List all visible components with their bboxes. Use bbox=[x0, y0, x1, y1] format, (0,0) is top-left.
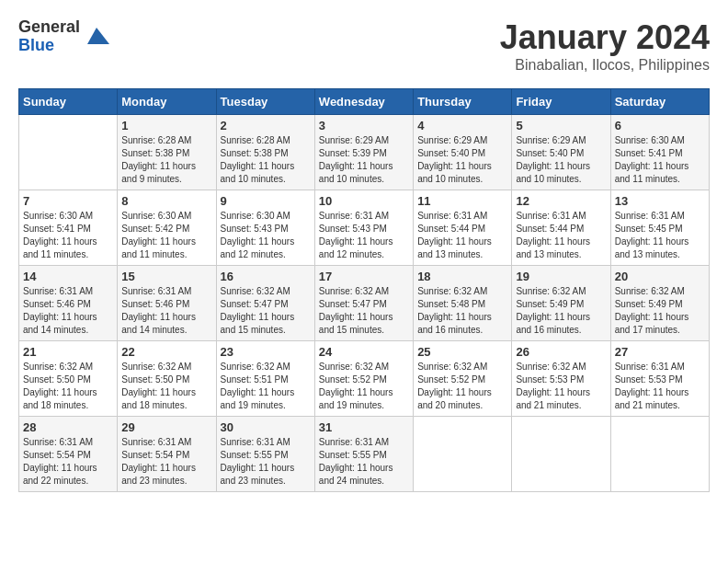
day-cell bbox=[19, 115, 118, 190]
day-cell: 8Sunrise: 6:30 AMSunset: 5:42 PMDaylight… bbox=[118, 190, 216, 266]
day-info: Sunrise: 6:31 AMSunset: 5:55 PMDaylight:… bbox=[221, 436, 311, 488]
day-info: Sunrise: 6:31 AMSunset: 5:46 PMDaylight:… bbox=[23, 285, 113, 337]
day-number: 12 bbox=[516, 194, 606, 208]
day-info: Sunrise: 6:32 AMSunset: 5:50 PMDaylight:… bbox=[121, 361, 211, 412]
day-cell: 23Sunrise: 6:32 AMSunset: 5:51 PMDayligh… bbox=[216, 341, 314, 417]
week-row-5: 28Sunrise: 6:31 AMSunset: 5:54 PMDayligh… bbox=[19, 417, 710, 492]
day-cell: 9Sunrise: 6:30 AMSunset: 5:43 PMDaylight… bbox=[216, 190, 314, 266]
day-cell: 29Sunrise: 6:31 AMSunset: 5:54 PMDayligh… bbox=[118, 417, 216, 492]
day-cell: 26Sunrise: 6:32 AMSunset: 5:53 PMDayligh… bbox=[512, 341, 610, 417]
day-cell: 15Sunrise: 6:31 AMSunset: 5:46 PMDayligh… bbox=[118, 266, 216, 341]
day-cell: 14Sunrise: 6:31 AMSunset: 5:46 PMDayligh… bbox=[19, 266, 118, 341]
day-info: Sunrise: 6:32 AMSunset: 5:47 PMDaylight:… bbox=[221, 285, 311, 337]
day-cell: 12Sunrise: 6:31 AMSunset: 5:44 PMDayligh… bbox=[512, 190, 610, 266]
day-number: 15 bbox=[121, 270, 211, 283]
header-cell-wednesday: Wednesday bbox=[314, 89, 413, 115]
day-cell: 27Sunrise: 6:31 AMSunset: 5:53 PMDayligh… bbox=[610, 341, 709, 417]
day-cell: 31Sunrise: 6:31 AMSunset: 5:55 PMDayligh… bbox=[314, 417, 413, 492]
svg-marker-0 bbox=[87, 28, 109, 44]
day-info: Sunrise: 6:31 AMSunset: 5:53 PMDaylight:… bbox=[615, 361, 705, 412]
day-info: Sunrise: 6:32 AMSunset: 5:50 PMDaylight:… bbox=[23, 361, 113, 412]
day-info: Sunrise: 6:28 AMSunset: 5:38 PMDaylight:… bbox=[221, 134, 311, 186]
day-cell: 10Sunrise: 6:31 AMSunset: 5:43 PMDayligh… bbox=[314, 190, 413, 266]
day-cell: 25Sunrise: 6:32 AMSunset: 5:52 PMDayligh… bbox=[414, 341, 512, 417]
day-number: 9 bbox=[221, 194, 311, 208]
day-number: 27 bbox=[615, 345, 705, 359]
header-cell-sunday: Sunday bbox=[19, 89, 118, 115]
logo-text: General Blue bbox=[18, 18, 80, 55]
day-number: 30 bbox=[221, 420, 311, 434]
day-number: 18 bbox=[417, 270, 507, 283]
day-cell: 13Sunrise: 6:31 AMSunset: 5:45 PMDayligh… bbox=[610, 190, 709, 266]
day-cell bbox=[414, 417, 512, 492]
day-number: 4 bbox=[417, 119, 507, 132]
logo-icon bbox=[84, 24, 109, 50]
day-number: 5 bbox=[516, 119, 606, 132]
week-row-1: 1Sunrise: 6:28 AMSunset: 5:38 PMDaylight… bbox=[19, 115, 710, 190]
day-info: Sunrise: 6:28 AMSunset: 5:38 PMDaylight:… bbox=[121, 134, 211, 186]
day-info: Sunrise: 6:32 AMSunset: 5:49 PMDaylight:… bbox=[615, 285, 705, 337]
header-cell-saturday: Saturday bbox=[610, 89, 709, 115]
day-info: Sunrise: 6:31 AMSunset: 5:55 PMDaylight:… bbox=[319, 436, 409, 488]
day-cell: 24Sunrise: 6:32 AMSunset: 5:52 PMDayligh… bbox=[314, 341, 413, 417]
day-info: Sunrise: 6:32 AMSunset: 5:48 PMDaylight:… bbox=[417, 285, 507, 337]
day-info: Sunrise: 6:29 AMSunset: 5:40 PMDaylight:… bbox=[417, 134, 507, 186]
day-number: 21 bbox=[23, 345, 113, 359]
header-cell-friday: Friday bbox=[512, 89, 610, 115]
day-info: Sunrise: 6:32 AMSunset: 5:53 PMDaylight:… bbox=[516, 361, 606, 412]
day-cell: 21Sunrise: 6:32 AMSunset: 5:50 PMDayligh… bbox=[19, 341, 118, 417]
day-number: 26 bbox=[516, 345, 606, 359]
day-cell: 30Sunrise: 6:31 AMSunset: 5:55 PMDayligh… bbox=[216, 417, 314, 492]
day-info: Sunrise: 6:31 AMSunset: 5:54 PMDaylight:… bbox=[121, 436, 211, 488]
day-info: Sunrise: 6:31 AMSunset: 5:46 PMDaylight:… bbox=[121, 285, 211, 337]
day-number: 29 bbox=[121, 420, 211, 434]
week-row-3: 14Sunrise: 6:31 AMSunset: 5:46 PMDayligh… bbox=[19, 266, 710, 341]
day-info: Sunrise: 6:30 AMSunset: 5:43 PMDaylight:… bbox=[221, 210, 311, 261]
day-info: Sunrise: 6:32 AMSunset: 5:52 PMDaylight:… bbox=[319, 361, 409, 412]
day-number: 3 bbox=[319, 119, 409, 132]
day-cell: 20Sunrise: 6:32 AMSunset: 5:49 PMDayligh… bbox=[610, 266, 709, 341]
day-number: 13 bbox=[615, 194, 705, 208]
day-info: Sunrise: 6:30 AMSunset: 5:41 PMDaylight:… bbox=[23, 210, 113, 261]
week-row-2: 7Sunrise: 6:30 AMSunset: 5:41 PMDaylight… bbox=[19, 190, 710, 266]
day-cell: 17Sunrise: 6:32 AMSunset: 5:47 PMDayligh… bbox=[314, 266, 413, 341]
header-row: SundayMondayTuesdayWednesdayThursdayFrid… bbox=[19, 89, 710, 115]
day-number: 10 bbox=[319, 194, 409, 208]
day-number: 28 bbox=[23, 420, 113, 434]
calendar-table: SundayMondayTuesdayWednesdayThursdayFrid… bbox=[18, 88, 710, 492]
day-info: Sunrise: 6:29 AMSunset: 5:40 PMDaylight:… bbox=[516, 134, 606, 186]
day-number: 23 bbox=[221, 345, 311, 359]
day-info: Sunrise: 6:31 AMSunset: 5:45 PMDaylight:… bbox=[615, 210, 705, 261]
month-title: January 2024 bbox=[500, 18, 710, 57]
logo-blue: Blue bbox=[18, 37, 80, 55]
day-number: 20 bbox=[615, 270, 705, 283]
day-info: Sunrise: 6:30 AMSunset: 5:42 PMDaylight:… bbox=[121, 210, 211, 261]
day-info: Sunrise: 6:29 AMSunset: 5:39 PMDaylight:… bbox=[319, 134, 409, 186]
page-header: General Blue January 2024 Binabalian, Il… bbox=[18, 18, 710, 74]
day-cell bbox=[512, 417, 610, 492]
day-number: 8 bbox=[121, 194, 211, 208]
day-info: Sunrise: 6:31 AMSunset: 5:44 PMDaylight:… bbox=[417, 210, 507, 261]
header-cell-monday: Monday bbox=[118, 89, 216, 115]
day-cell: 4Sunrise: 6:29 AMSunset: 5:40 PMDaylight… bbox=[414, 115, 512, 190]
day-number: 6 bbox=[615, 119, 705, 132]
day-number: 17 bbox=[319, 270, 409, 283]
logo: General Blue bbox=[18, 18, 109, 55]
day-number: 16 bbox=[221, 270, 311, 283]
day-number: 24 bbox=[319, 345, 409, 359]
day-number: 2 bbox=[221, 119, 311, 132]
day-info: Sunrise: 6:32 AMSunset: 5:52 PMDaylight:… bbox=[417, 361, 507, 412]
day-cell: 3Sunrise: 6:29 AMSunset: 5:39 PMDaylight… bbox=[314, 115, 413, 190]
header-cell-thursday: Thursday bbox=[414, 89, 512, 115]
day-info: Sunrise: 6:31 AMSunset: 5:54 PMDaylight:… bbox=[23, 436, 113, 488]
day-cell: 7Sunrise: 6:30 AMSunset: 5:41 PMDaylight… bbox=[19, 190, 118, 266]
title-section: January 2024 Binabalian, Ilocos, Philipp… bbox=[500, 18, 710, 74]
day-info: Sunrise: 6:32 AMSunset: 5:51 PMDaylight:… bbox=[221, 361, 311, 412]
day-cell: 11Sunrise: 6:31 AMSunset: 5:44 PMDayligh… bbox=[414, 190, 512, 266]
day-info: Sunrise: 6:31 AMSunset: 5:44 PMDaylight:… bbox=[516, 210, 606, 261]
day-number: 19 bbox=[516, 270, 606, 283]
day-cell: 2Sunrise: 6:28 AMSunset: 5:38 PMDaylight… bbox=[216, 115, 314, 190]
day-info: Sunrise: 6:31 AMSunset: 5:43 PMDaylight:… bbox=[319, 210, 409, 261]
day-cell: 19Sunrise: 6:32 AMSunset: 5:49 PMDayligh… bbox=[512, 266, 610, 341]
day-cell: 18Sunrise: 6:32 AMSunset: 5:48 PMDayligh… bbox=[414, 266, 512, 341]
